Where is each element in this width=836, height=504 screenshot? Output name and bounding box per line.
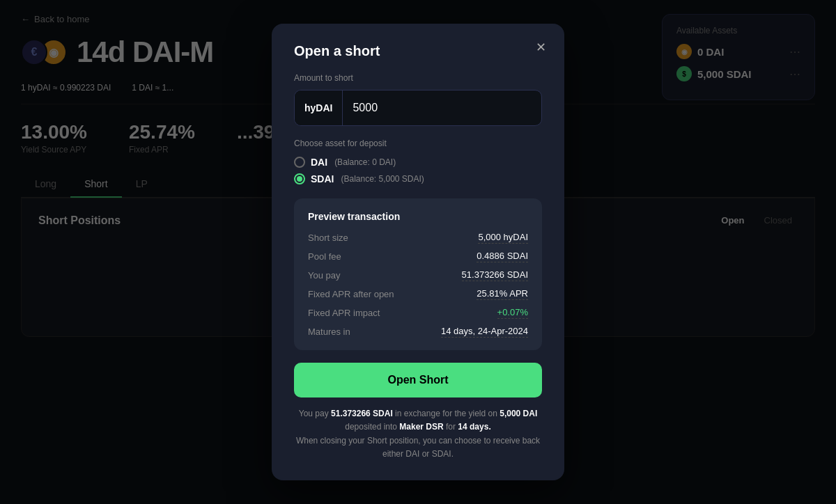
footnote-asset: 5,000 DAI	[500, 409, 537, 418]
preview-value-apr-after: 25.81% APR	[477, 288, 528, 300]
preview-key-you-pay: You pay	[308, 270, 341, 281]
preview-row-you-pay: You pay 51.373266 SDAI	[308, 269, 528, 281]
footnote-duration: 14 days.	[458, 422, 490, 432]
asset-choice-label: Choose asset for deposit	[294, 139, 542, 148]
preview-key-short-size: Short size	[308, 233, 348, 243]
radio-sdai-balance: (Balance: 5,000 SDAI)	[341, 174, 424, 184]
modal-close-button[interactable]: ✕	[531, 38, 550, 57]
preview-box: Preview transaction Short size 5,000 hyD…	[294, 198, 542, 350]
modal-overlay: ✕ Open a short Amount to short hyDAI Cho…	[0, 0, 836, 504]
modal: ✕ Open a short Amount to short hyDAI Cho…	[272, 24, 564, 480]
open-short-button[interactable]: Open Short	[294, 363, 542, 397]
preview-key-apr-impact: Fixed APR impact	[308, 308, 380, 318]
preview-value-you-pay: 51.373266 SDAI	[462, 269, 528, 281]
preview-value-matures: 14 days, 24-Apr-2024	[441, 326, 528, 338]
preview-row-apr-after: Fixed APR after open 25.81% APR	[308, 288, 528, 300]
preview-key-apr-after: Fixed APR after open	[308, 289, 394, 299]
preview-value-pool-fee: 0.4886 SDAI	[477, 251, 528, 262]
amount-input-row: hyDAI	[294, 90, 542, 126]
preview-row-pool-fee: Pool fee 0.4886 SDAI	[308, 251, 528, 262]
footnote-line3: When closing your Short position, you ca…	[294, 434, 542, 461]
radio-group: DAI (Balance: 0 DAI) SDAI (Balance: 5,00…	[294, 157, 542, 184]
radio-sdai-label: SDAI	[311, 173, 334, 184]
radio-dai-circle	[294, 157, 305, 168]
amount-label: Amount to short	[294, 73, 542, 83]
preview-row-apr-impact: Fixed APR impact +0.07%	[308, 307, 528, 319]
footnote-amount: 51.373266 SDAI	[331, 409, 393, 418]
preview-value-short-size: 5,000 hyDAI	[478, 232, 528, 244]
footnote-line2: deposited into Maker DSR for 14 days.	[294, 420, 542, 434]
footnote-protocol: Maker DSR	[399, 422, 443, 432]
radio-sdai-circle	[294, 173, 305, 184]
radio-dai-label: DAI	[311, 157, 327, 168]
radio-dai[interactable]: DAI (Balance: 0 DAI)	[294, 157, 542, 168]
preview-row-matures: Matures in 14 days, 24-Apr-2024	[308, 326, 528, 338]
radio-sdai-dot	[297, 176, 302, 182]
footnote: You pay 51.373266 SDAI in exchange for t…	[294, 407, 542, 461]
amount-input[interactable]	[343, 90, 541, 125]
preview-row-short-size: Short size 5,000 hyDAI	[308, 232, 528, 244]
modal-title: Open a short	[294, 43, 542, 59]
preview-key-pool-fee: Pool fee	[308, 251, 341, 262]
radio-sdai[interactable]: SDAI (Balance: 5,000 SDAI)	[294, 173, 542, 184]
preview-title: Preview transaction	[308, 211, 528, 222]
preview-value-apr-impact: +0.07%	[497, 307, 528, 319]
preview-key-matures: Matures in	[308, 326, 350, 337]
token-badge: hyDAI	[295, 90, 343, 125]
footnote-line1: You pay 51.373266 SDAI in exchange for t…	[294, 407, 542, 420]
radio-dai-balance: (Balance: 0 DAI)	[334, 157, 396, 167]
